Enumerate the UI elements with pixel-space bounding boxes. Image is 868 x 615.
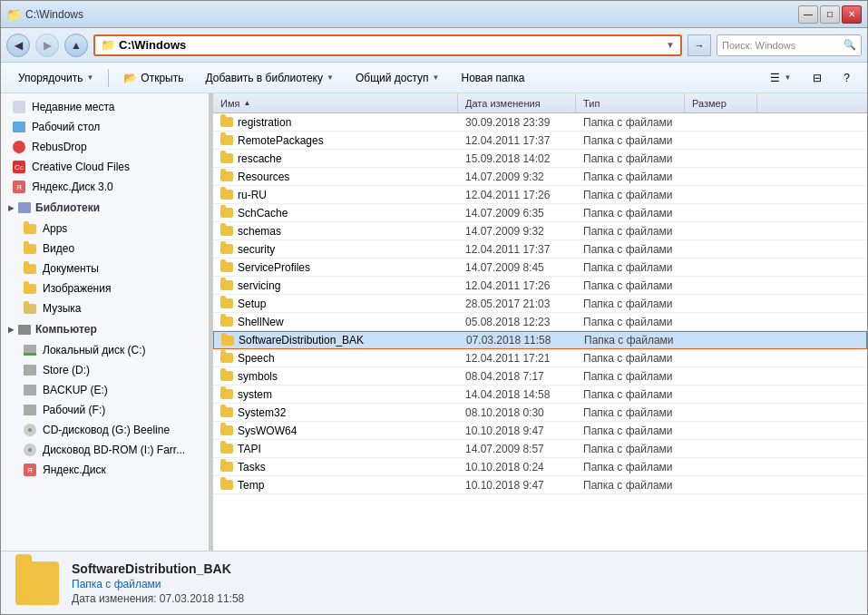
file-date: 30.09.2018 23:39 [458,113,576,131]
table-row[interactable]: System3208.10.2018 0:30Папка с файлами [213,404,867,422]
organize-button[interactable]: Упорядочить ▼ [8,66,103,90]
preview-button[interactable]: ⊟ [803,66,832,90]
new-folder-button[interactable]: Новая папка [451,66,534,90]
table-row[interactable]: RemotePackages12.04.2011 17:37Папка с фа… [213,132,867,150]
file-size [686,332,758,348]
sidebar-item-yandex-disk-3[interactable]: Я Яндекс.Диск 3.0 [1,177,209,197]
window-title: C:\Windows [25,8,83,21]
back-button[interactable]: ◀ [6,34,30,57]
table-row[interactable]: Tasks10.10.2018 0:24Папка с файлами [213,458,867,476]
up-button[interactable]: ▲ [64,34,88,57]
address-dropdown-arrow[interactable]: ▼ [666,40,675,50]
search-box[interactable]: Поиск: Windows 🔍 [717,34,862,56]
table-row[interactable]: ShellNew05.08.2018 12:23Папка с файлами [213,313,867,331]
table-row[interactable]: Resources14.07.2009 9:32Папка с файлами [213,168,867,186]
file-size [685,259,757,276]
sidebar-item-workdesk-f[interactable]: Рабочий (F:) [1,400,209,420]
table-row[interactable]: rescache15.09.2018 14:02Папка с файлами [213,150,867,168]
table-row[interactable]: SysWOW6410.10.2018 9:47Папка с файлами [213,422,867,440]
sidebar-item-yandex-disk-3-label: Яндекс.Диск 3.0 [32,181,113,193]
file-size [685,458,757,475]
bd-rom-i-icon [23,443,37,457]
sidebar-item-cd-g[interactable]: CD-дисковод (G:) Beeline [1,420,209,440]
col-header-type[interactable]: Тип [576,93,685,112]
computer-icon [17,322,32,337]
forward-button[interactable]: ▶ [35,34,59,57]
table-row[interactable]: symbols08.04.2018 7:17Папка с файлами [213,367,867,386]
folder-icon [220,317,233,327]
search-icon: 🔍 [844,39,856,51]
folder-icon [220,353,233,363]
sidebar-item-backup-e-label: BACKUP (E:) [43,384,108,396]
table-row[interactable]: ServiceProfiles14.07.2009 8:45Папка с фа… [213,259,867,277]
table-row[interactable]: system14.04.2018 14:58Папка с файлами [213,386,867,404]
sidebar-item-images[interactable]: Изображения [1,278,209,298]
folder-icon [220,425,233,435]
table-row[interactable]: Speech12.04.2011 17:21Папка с файлами [213,349,867,367]
file-type: Папка с файлами [576,168,685,185]
minimize-button[interactable]: — [798,5,818,24]
sidebar-item-video[interactable]: Видео [1,239,209,259]
folder-icon [220,208,233,218]
libraries-header[interactable]: ▶ Библиотеки [1,197,209,219]
col-header-name-label: Имя [220,98,239,109]
table-row[interactable]: registration30.09.2018 23:39Папка с файл… [213,113,867,132]
sidebar-item-rebusdrop[interactable]: RebusDrop [1,137,209,157]
desktop-icon [12,120,26,134]
file-type: Папка с файлами [576,259,685,276]
sidebar-item-creative-cloud[interactable]: Cc Creative Cloud Files [1,157,209,177]
file-type: Папка с файлами [577,332,686,348]
table-row[interactable]: SchCache14.07.2009 6:35Папка с файлами [213,204,867,222]
sidebar-item-recent[interactable]: Недавние места [1,97,209,117]
add-to-library-button[interactable]: Добавить в библиотеку ▼ [195,66,343,90]
sidebar-item-yandex-disk[interactable]: Я Яндекс.Диск [1,460,209,480]
yandex-disk-icon: Я [23,463,37,477]
address-box[interactable]: 📁 C:\Windows ▼ [93,34,682,56]
sidebar-item-store-d[interactable]: Store (D:) [1,360,209,380]
sidebar-item-local-c[interactable]: Локальный диск (C:) [1,340,209,360]
table-row[interactable]: security12.04.2011 17:37Папка с файлами [213,240,867,259]
maximize-button[interactable]: □ [820,5,840,24]
file-type: Папка с файлами [576,204,685,221]
table-row[interactable]: servicing12.04.2011 17:26Папка с файлами [213,277,867,295]
computer-header[interactable]: ▶ Компьютер [1,318,209,340]
go-button[interactable]: → [688,34,711,56]
workdesk-f-icon [23,403,37,417]
sidebar-item-desktop[interactable]: Рабочий стол [1,117,209,137]
table-row[interactable]: schemas14.07.2009 9:32Папка с файлами [213,222,867,240]
table-row[interactable]: Setup28.05.2017 21:03Папка с файлами [213,295,867,313]
file-name: ShellNew [238,316,284,328]
folder-icon [220,298,233,308]
right-panel: Имя ▲ Дата изменения Тип Размер registra… [213,93,867,551]
file-name: TAPI [238,443,261,455]
table-row[interactable]: Temp10.10.2018 9:47Папка с файлами [213,476,867,494]
open-button[interactable]: 📂 Открыть [113,66,193,90]
view-button[interactable]: ☰ ▼ [760,66,801,90]
table-row[interactable]: SoftwareDistribution_BAK07.03.2018 11:58… [213,331,867,349]
folder-icon [220,171,233,181]
file-size [685,440,757,457]
new-folder-label: Новая папка [461,72,524,84]
sidebar-item-backup-e[interactable]: BACKUP (E:) [1,380,209,400]
table-row[interactable]: ru-RU12.04.2011 17:26Папка с файлами [213,186,867,204]
col-header-size[interactable]: Размер [685,93,757,112]
file-list: registration30.09.2018 23:39Папка с файл… [213,113,867,551]
file-size [685,386,757,403]
sidebar-item-documents[interactable]: Документы [1,259,209,278]
col-header-name[interactable]: Имя ▲ [213,93,458,112]
help-button[interactable]: ? [834,66,860,90]
file-name: security [238,243,275,256]
sidebar-item-rebusdrop-label: RebusDrop [32,141,87,153]
close-button[interactable]: ✕ [842,5,862,24]
sidebar-item-apps[interactable]: Apps [1,219,209,239]
col-header-date[interactable]: Дата изменения [458,93,576,112]
sidebar-item-images-label: Изображения [43,282,111,295]
file-date: 14.07.2009 8:57 [458,440,576,457]
open-label: Открыть [141,72,183,84]
sidebar-item-bd-rom-i[interactable]: Дисковод BD-ROM (I:) Farr... [1,440,209,460]
file-type: Папка с файлами [576,132,685,149]
sidebar-item-music[interactable]: Музыка [1,298,209,318]
file-date: 08.04.2018 7:17 [458,367,576,385]
share-button[interactable]: Общий доступ ▼ [346,66,450,90]
table-row[interactable]: TAPI14.07.2009 8:57Папка с файлами [213,440,867,458]
